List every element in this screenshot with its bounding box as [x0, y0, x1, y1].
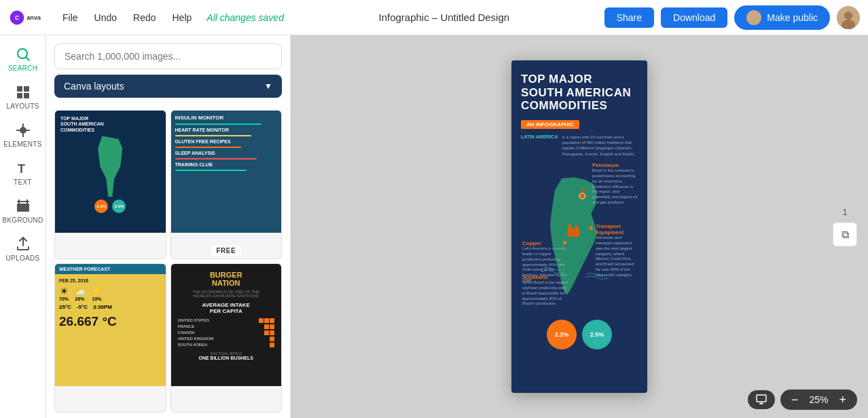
svg-rect-29	[757, 395, 766, 402]
top-actions: Share Download Make public	[604, 5, 860, 30]
page-number: 1	[842, 207, 847, 217]
stat-circle-orange: 2.2%	[547, 320, 577, 349]
canva-logo[interactable]: C anva	[8, 7, 43, 28]
commodity-transport-name: Transport Equipment	[596, 223, 638, 235]
present-button[interactable]	[748, 390, 775, 409]
sidebar: SEARCH LAYOUTS ELEMENTS	[0, 35, 46, 418]
commodity-soybeans-desc: While Brazil is the largest soybean prod…	[522, 280, 570, 307]
latin-america-section: LATIN AMERICA is a region with 20 countr…	[521, 134, 638, 157]
svg-text:anva: anva	[26, 14, 41, 21]
commodity-petroleum-name: Petroleum	[592, 162, 638, 168]
svg-rect-18	[17, 204, 29, 212]
bottom-bar: − 25% +	[748, 390, 857, 410]
zoom-bar: − 25% +	[780, 390, 857, 410]
uploads-icon	[15, 236, 31, 252]
stat-circle-teal: 2.5%	[582, 320, 612, 349]
avatar-small	[746, 10, 761, 25]
text-icon: T	[15, 160, 31, 176]
svg-point-25	[579, 193, 585, 200]
commodity-copper-name: Copper	[522, 240, 570, 246]
svg-point-12	[20, 127, 26, 134]
sidebar-background-label: BKGROUND	[2, 216, 43, 224]
svg-rect-24	[575, 225, 577, 229]
svg-text:C: C	[15, 14, 19, 21]
svg-text:T: T	[18, 162, 25, 176]
commodity-soybeans-name: Soybeans	[522, 274, 570, 280]
search-icon	[15, 46, 31, 62]
sidebar-search-label: SEARCH	[8, 64, 37, 72]
menu-file[interactable]: File	[56, 9, 85, 26]
top-menu: File Undo Redo Help All changes saved	[56, 9, 284, 26]
layout-dropdown-wrap: Canva layouts ▼	[46, 75, 290, 104]
copy-button[interactable]: ⧉	[833, 223, 857, 247]
layouts-icon	[15, 84, 31, 100]
svg-rect-23	[569, 224, 571, 229]
logo-area[interactable]: C anva	[8, 7, 43, 28]
share-button[interactable]: Share	[604, 7, 654, 28]
doc-title[interactable]: Infographic – Untitled Design	[378, 12, 509, 23]
saved-status: All changes saved	[206, 12, 284, 23]
sidebar-item-elements[interactable]: ELEMENTS	[3, 117, 43, 153]
svg-line-7	[26, 58, 29, 61]
bottom-stats: 2.2% 2.5%	[521, 320, 638, 349]
svg-rect-9	[24, 86, 29, 92]
search-input[interactable]	[54, 43, 282, 69]
free-badge: FREE	[211, 246, 241, 256]
commodity-petroleum-desc: Brazil is the continent's powerhouse acc…	[592, 168, 638, 206]
layout-card-weather[interactable]: WEATHER FORECAST FEB 25, 2016 ☀ 70% ⛅ 20…	[54, 263, 166, 413]
commodity-transport-desc: Electronic and transport equipment was t…	[596, 235, 638, 278]
latin-america-label: LATIN AMERICA	[521, 134, 558, 139]
latin-america-text: is a region with 20 countries and a popu…	[562, 134, 638, 157]
sidebar-elements-label: ELEMENTS	[3, 140, 41, 148]
map-section: Petroleum Brazil is the continent's powe…	[521, 162, 638, 314]
elements-icon	[15, 122, 31, 138]
svg-point-4	[844, 12, 852, 20]
top-bar: C anva File Undo Redo Help All changes s…	[0, 0, 868, 35]
sidebar-item-uploads[interactable]: UPLOADS	[3, 231, 43, 267]
svg-rect-22	[568, 228, 579, 237]
infographic-canvas[interactable]: TOP MAJOR SOUTH AMERICAN COMMODITIES AN …	[511, 60, 647, 393]
title-area: Infographic – Untitled Design	[284, 12, 604, 23]
menu-help[interactable]: Help	[166, 9, 199, 26]
sidebar-layouts-label: LAYOUTS	[6, 102, 39, 110]
layouts-grid: TOP MAJORSOUTH AMERICANCOMMODITIES 2.2% …	[46, 104, 290, 418]
sidebar-item-layouts[interactable]: LAYOUTS	[3, 79, 43, 115]
svg-rect-11	[24, 93, 29, 98]
search-wrap	[46, 35, 290, 75]
chevron-down-icon: ▼	[264, 81, 272, 91]
layout-card-health[interactable]: INSULIN MONITOR HEART RATE MONITOR GLUTE…	[170, 110, 283, 259]
layout-dropdown[interactable]: Canva layouts ▼	[54, 75, 282, 98]
zoom-out-button[interactable]: −	[790, 394, 800, 406]
panel: Canva layouts ▼ TOP MAJORSOUTH AMERICANC…	[46, 35, 291, 418]
zoom-level: 25%	[806, 394, 831, 405]
svg-rect-8	[17, 86, 22, 92]
menu-undo[interactable]: Undo	[88, 9, 124, 26]
layout-dropdown-label: Canva layouts	[64, 81, 124, 92]
right-tools: 1 ⧉	[833, 207, 857, 247]
zoom-in-button[interactable]: +	[837, 394, 848, 406]
background-icon	[15, 198, 31, 214]
sidebar-item-search[interactable]: SEARCH	[3, 41, 43, 77]
layout-card-infographic[interactable]: TOP MAJORSOUTH AMERICANCOMMODITIES 2.2% …	[54, 110, 166, 259]
svg-point-28	[590, 227, 593, 230]
canvas-area: TOP MAJOR SOUTH AMERICAN COMMODITIES AN …	[291, 35, 868, 418]
present-icon	[756, 394, 767, 405]
main-area: SEARCH LAYOUTS ELEMENTS	[0, 35, 868, 418]
layout-card-burger[interactable]: BURGERNATION THE ECONOMICS OF ONE OF THE…	[170, 263, 283, 413]
user-avatar[interactable]	[837, 6, 860, 29]
infographic-subtitle-bar: AN INFOGRAPHIC	[521, 120, 579, 129]
sidebar-uploads-label: UPLOADS	[6, 254, 40, 262]
sidebar-item-background[interactable]: BKGROUND	[3, 193, 43, 229]
menu-redo[interactable]: Redo	[126, 9, 162, 26]
make-public-button[interactable]: Make public	[734, 5, 830, 30]
sidebar-item-text[interactable]: T TEXT	[3, 155, 43, 191]
sidebar-text-label: TEXT	[14, 178, 32, 186]
svg-rect-10	[17, 93, 22, 98]
download-button[interactable]: Download	[661, 7, 727, 28]
infographic-title: TOP MAJOR SOUTH AMERICAN COMMODITIES	[521, 73, 638, 113]
